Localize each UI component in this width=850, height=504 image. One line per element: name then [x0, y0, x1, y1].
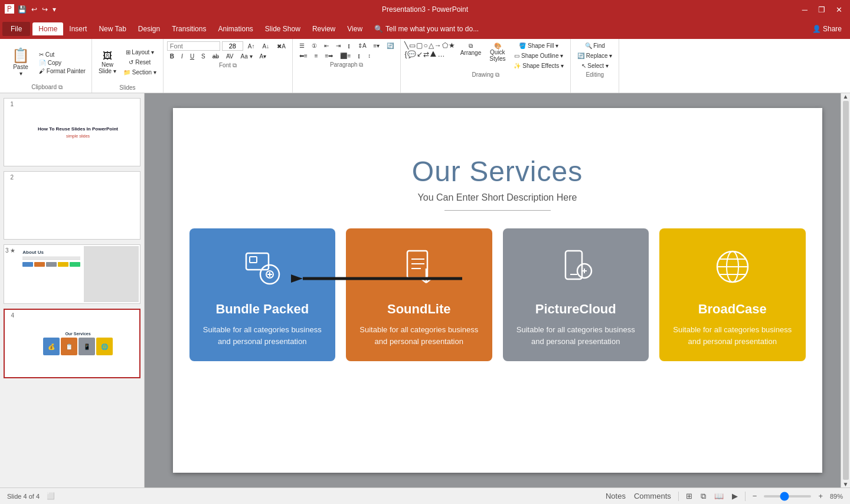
vertical-scrollbar[interactable]: ▲ ▼ [841, 93, 850, 487]
arrange-button[interactable]: ⧉ Arrange [457, 41, 485, 57]
shape-star[interactable]: ★ [449, 41, 455, 50]
undo-button[interactable]: ↩ [30, 4, 38, 15]
shape-bent[interactable]: ↙ [417, 50, 423, 58]
select-button[interactable]: ↖ Select ▾ [574, 61, 615, 70]
normal-view-button[interactable]: ⊞ [685, 490, 694, 502]
minimize-button[interactable]: ─ [799, 4, 810, 15]
shape-rect[interactable]: ▭ [409, 41, 416, 50]
decrease-indent-button[interactable]: ⇤ [321, 41, 332, 50]
cut-button[interactable]: ✂ Cut [37, 51, 88, 58]
smartart-button[interactable]: 🔄 [384, 41, 397, 50]
menu-view[interactable]: View [341, 22, 368, 35]
reading-view-button[interactable]: 📖 [713, 490, 725, 502]
redo-button[interactable]: ↪ [41, 4, 49, 15]
menu-insert[interactable]: Insert [63, 22, 93, 35]
find-button[interactable]: 🔍 Find [574, 41, 615, 50]
slide-sorter-button[interactable]: ⧉ [699, 490, 707, 502]
align-text-button[interactable]: ≡▾ [371, 41, 383, 50]
shadow-button[interactable]: S [198, 52, 208, 61]
increase-font-button[interactable]: A↑ [245, 42, 258, 51]
italic-button[interactable]: I [178, 52, 186, 61]
zoom-slider[interactable] [764, 495, 811, 498]
shape-fill-button[interactable]: 🪣 Shape Fill ▾ [511, 41, 567, 50]
zoom-in-button[interactable]: + [817, 490, 824, 502]
service-card-4[interactable]: BroadCase Suitable for all categories bu… [659, 228, 806, 361]
menu-animations[interactable]: Animations [212, 22, 259, 35]
shape-outline-button[interactable]: ▭ Shape Outline ▾ [511, 51, 567, 60]
font-color-button[interactable]: A▾ [257, 52, 270, 61]
underline-button[interactable]: U [187, 52, 197, 61]
align-left-button[interactable]: ⬅≡ [296, 51, 310, 60]
slide-thumb-2[interactable]: 2 [4, 171, 140, 240]
slide-thumb-1[interactable]: 1 How To Reuse Slides In PowerPoint simp… [4, 98, 140, 166]
decrease-font-button[interactable]: A↓ [260, 42, 273, 51]
slide-subtitle[interactable]: You Can Enter Short Description Here [173, 192, 822, 203]
bold-button[interactable]: B [167, 52, 177, 61]
menu-review[interactable]: Review [306, 22, 341, 35]
font-name-input[interactable] [167, 41, 220, 51]
menu-tellme[interactable]: 🔍 Tell me what you want to do... [368, 22, 485, 35]
scroll-up-button[interactable]: ▲ [843, 93, 849, 100]
new-slide-button[interactable]: 🖼 New Slide ▾ [96, 50, 119, 76]
comments-button[interactable]: Comments [633, 490, 672, 502]
restore-button[interactable]: ❐ [815, 4, 828, 15]
change-case-button[interactable]: Aa ▾ [238, 52, 256, 61]
paste-button[interactable]: 📋 Paste ▾ [6, 45, 35, 79]
menu-slideshow[interactable]: Slide Show [259, 22, 306, 35]
shape-callout[interactable]: 💬 [407, 50, 416, 58]
shape-more[interactable]: … [437, 50, 444, 58]
shape-dbl-arrow[interactable]: ⇄ [423, 50, 429, 58]
shape-effects-button[interactable]: ✨ Shape Effects ▾ [511, 61, 567, 70]
clear-formatting-button[interactable]: ✖A [274, 42, 289, 51]
menu-file[interactable]: File [2, 22, 30, 36]
shape-block[interactable]: ⯅ [430, 50, 437, 58]
close-button[interactable]: ✕ [833, 4, 845, 15]
menu-design[interactable]: Design [132, 22, 166, 35]
shape-oval[interactable]: ○ [423, 41, 427, 50]
quick-styles-button[interactable]: 🎨 Quick Styles [486, 41, 508, 63]
zoom-out-button[interactable]: − [751, 490, 759, 502]
notes-button[interactable]: Notes [604, 490, 627, 502]
align-right-button[interactable]: ≡➡ [322, 51, 336, 60]
columns2-button[interactable]: ⫿ [355, 51, 364, 60]
service-card-3[interactable]: PictureCloud Suitable for all categories… [503, 228, 649, 361]
reset-button[interactable]: ↺ Reset [120, 58, 159, 67]
copy-button[interactable]: 📄 Copy [37, 59, 88, 67]
strikethrough-button[interactable]: ab [210, 52, 222, 61]
scroll-down-button[interactable]: ▼ [843, 481, 849, 487]
customize-button[interactable]: ▾ [51, 4, 57, 15]
service-card-1[interactable]: Bundle Packed Suitable for all categorie… [189, 228, 336, 361]
menu-newtab[interactable]: New Tab [93, 22, 132, 35]
menu-transitions[interactable]: Transitions [166, 22, 212, 35]
font-size-input[interactable] [222, 41, 243, 51]
save-button[interactable]: 💾 [17, 4, 28, 15]
slide-title[interactable]: Our Services [173, 155, 822, 188]
line-spacing-button[interactable]: ↕ [365, 51, 374, 60]
increase-indent-button[interactable]: ⇥ [333, 41, 344, 50]
center-button[interactable]: ≡ [312, 51, 321, 60]
shape-curly[interactable]: { [404, 50, 407, 58]
slide-thumb-3[interactable]: 3 ★ About Us [4, 244, 140, 304]
shape-round-rect[interactable]: ▢ [416, 41, 423, 50]
text-direction-button[interactable]: ⇕A [355, 41, 370, 50]
slide-show-button[interactable]: ▶ [731, 490, 739, 502]
clipboard-tools: 📋 Paste ▾ ✂ Cut 📄 Copy 🖌 Format Painter [6, 41, 88, 83]
numbering-button[interactable]: ① [309, 41, 320, 50]
menu-home[interactable]: Home [32, 22, 63, 35]
format-painter-button[interactable]: 🖌 Format Painter [37, 67, 88, 75]
slide-thumb-4[interactable]: 4 Our Services 💰 📋 📱 🌐 [4, 309, 140, 378]
layout-button[interactable]: ⊞ Layout ▾ [120, 48, 159, 57]
columns-button[interactable]: ⫿ [345, 41, 354, 50]
scroll-thumb[interactable] [843, 101, 849, 480]
justify-button[interactable]: ⬛≡ [337, 51, 354, 60]
service-card-2[interactable]: SoundLite Suitable for all categories bu… [346, 228, 492, 361]
replace-button[interactable]: 🔄 Replace ▾ [574, 51, 615, 60]
shape-line[interactable]: ╲ [404, 41, 408, 50]
shape-tri[interactable]: △ [429, 41, 434, 50]
char-spacing-button[interactable]: AV [223, 52, 237, 61]
shape-arrow[interactable]: → [434, 41, 442, 50]
bullets-button[interactable]: ☰ [296, 41, 308, 50]
share-button[interactable]: 👤 Share [806, 22, 848, 35]
shape-penta[interactable]: ⬠ [442, 41, 448, 50]
section-button[interactable]: 📁 Section ▾ [120, 68, 159, 77]
